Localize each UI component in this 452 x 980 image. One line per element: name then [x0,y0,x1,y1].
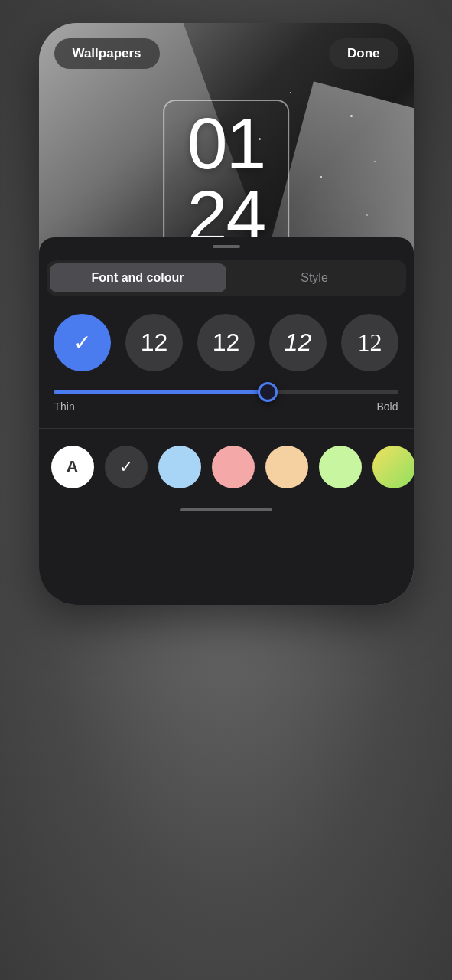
slider-track[interactable] [54,390,398,394]
slider-thumb[interactable] [258,382,278,402]
tab-style[interactable]: Style [226,263,403,292]
font-option-medium[interactable]: 12 [269,314,327,371]
slider-fill [54,390,268,394]
phone-ui: Wallpapers Done 01 24 Tue 26 November ☁️… [39,23,414,605]
done-button[interactable]: Done [329,38,398,69]
clock-hour: 01 [187,107,265,180]
color-row: A ✓ [39,438,414,496]
color-check[interactable]: ✓ [105,446,148,488]
tab-bar: Font and colour Style [47,260,406,296]
font-num-thin: 12 [141,328,168,357]
slider-labels: Thin Bold [54,400,398,413]
panel-handle [213,245,240,248]
color-peach[interactable] [265,446,308,488]
font-num-regular: 12 [213,328,240,357]
bottom-panel: Font and colour Style ✓ 12 12 12 [39,237,414,605]
font-option-regular[interactable]: 12 [197,314,255,371]
slider-min-label: Thin [54,400,75,413]
color-light-blue[interactable] [158,446,201,488]
font-num-medium: 12 [285,328,312,357]
font-option-check[interactable]: ✓ [54,314,111,371]
slider-section: Thin Bold [39,384,414,419]
phone-mockup: Wallpapers Done 01 24 Tue 26 November ☁️… [39,23,414,605]
font-option-serif[interactable]: 12 [341,314,398,371]
top-buttons: Wallpapers Done [39,38,414,69]
font-style-row: ✓ 12 12 12 12 [39,296,414,384]
color-check-icon: ✓ [119,457,133,477]
wallpapers-button[interactable]: Wallpapers [54,38,160,69]
divider [39,428,414,429]
color-gradient[interactable] [372,446,414,488]
clock-bracket: 01 24 [163,100,290,260]
font-num-serif: 12 [358,328,382,357]
slider-max-label: Bold [376,400,398,413]
tab-font-colour[interactable]: Font and colour [50,263,226,292]
color-white-a[interactable]: A [51,446,94,488]
letter-a: A [67,457,79,477]
font-option-thin[interactable]: 12 [125,314,183,371]
home-indicator [180,508,272,511]
color-light-green[interactable] [319,446,362,488]
color-pink[interactable] [212,446,255,488]
checkmark-icon: ✓ [73,330,91,355]
